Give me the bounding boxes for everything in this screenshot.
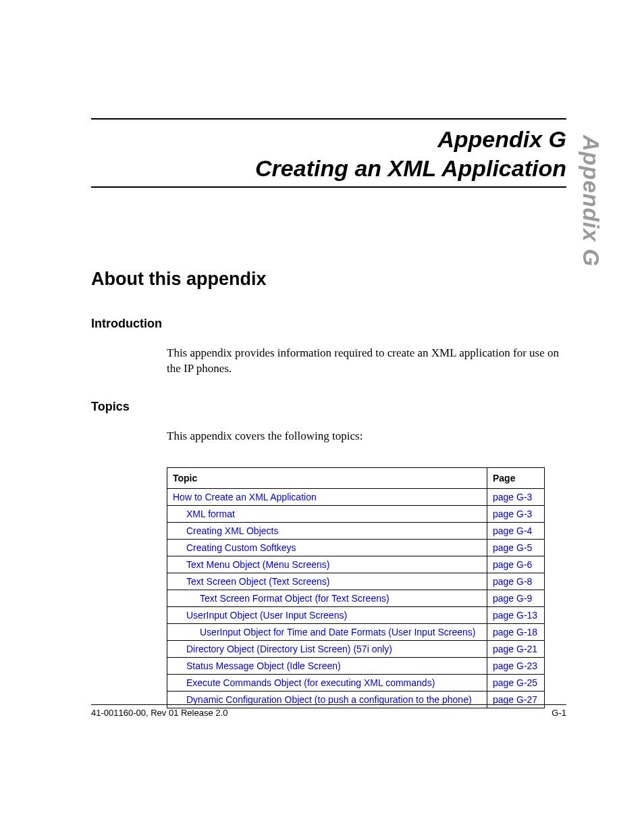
page-cell: page G-9 [487,590,545,606]
page-link[interactable]: page G-21 [493,644,537,654]
page-link[interactable]: page G-9 [493,593,532,604]
page-cell: page G-18 [487,623,545,640]
footer-right: G-1 [552,708,566,718]
intro-paragraph: This appendix provides information requi… [167,346,566,377]
table-row: Text Screen Object (Text Screens)page G-… [167,573,545,590]
topic-cell: Status Message Object (Idle Screen) [167,657,487,674]
page-link[interactable]: page G-25 [493,677,537,688]
page-link[interactable]: page G-3 [493,509,532,519]
section-heading-topics: Topics [91,400,566,414]
table-row: Text Screen Format Object (for Text Scre… [167,590,545,606]
topic-cell: How to Create an XML Application [167,488,487,505]
page-link[interactable]: page G-6 [493,559,532,570]
topic-link[interactable]: Dynamic Configuration Object (to push a … [186,694,472,705]
topic-link[interactable]: Creating Custom Softkeys [186,542,296,553]
page-cell: page G-5 [487,539,545,556]
page-cell: page G-3 [487,505,545,522]
page-link[interactable]: page G-18 [493,627,537,637]
page-cell: page G-4 [487,522,545,539]
topic-link[interactable]: Text Menu Object (Menu Screens) [186,559,329,570]
title-line-2: Creating an XML Application [91,154,566,183]
section-heading-about: About this appendix [91,269,566,290]
topic-cell: Text Menu Object (Menu Screens) [167,556,487,573]
topic-link[interactable]: UserInput Object (User Input Screens) [186,610,347,621]
chapter-title: Appendix G Creating an XML Application [91,125,566,182]
topic-link[interactable]: Status Message Object (Idle Screen) [186,660,341,671]
topic-link[interactable]: How to Create an XML Application [173,492,317,502]
topic-link[interactable]: UserInput Object for Time and Date Forma… [200,627,476,637]
topic-cell: Execute Commands Object (for executing X… [167,674,487,691]
section-heading-introduction: Introduction [91,317,566,331]
title-rule [91,186,566,188]
table-row: Directory Object (Directory List Screen)… [167,640,545,657]
topic-link[interactable]: Text Screen Object (Text Screens) [186,576,329,587]
title-line-1: Appendix G [91,125,566,154]
page-cell: page G-21 [487,640,545,657]
page-cell: page G-3 [487,488,545,505]
topic-cell: UserInput Object for Time and Date Forma… [167,623,487,640]
table-row: Creating XML Objectspage G-4 [167,522,545,539]
page-cell: page G-6 [487,556,545,573]
page-link[interactable]: page G-13 [493,610,537,621]
topic-link[interactable]: XML format [186,509,235,519]
page-link[interactable]: page G-27 [493,694,537,705]
footer-left: 41-001160-00, Rev 01 Release 2.0 [91,708,227,718]
topic-cell: UserInput Object (User Input Screens) [167,606,487,623]
topic-link[interactable]: Creating XML Objects [186,525,278,536]
page-link[interactable]: page G-4 [493,525,532,536]
table-row: Text Menu Object (Menu Screens)page G-6 [167,556,545,573]
table-row: Execute Commands Object (for executing X… [167,674,545,691]
topic-cell: Text Screen Object (Text Screens) [167,573,487,590]
table-row: Creating Custom Softkeyspage G-5 [167,539,545,556]
table-row: UserInput Object for Time and Date Forma… [167,623,545,640]
topic-link[interactable]: Execute Commands Object (for executing X… [186,677,435,688]
topic-cell: Creating XML Objects [167,522,487,539]
table-header-row: Topic Page [167,467,545,488]
page-cell: page G-8 [487,573,545,590]
table-row: Status Message Object (Idle Screen)page … [167,657,545,674]
page-link[interactable]: page G-23 [493,660,537,671]
page-link[interactable]: page G-8 [493,576,532,587]
topic-cell: Text Screen Format Object (for Text Scre… [167,590,487,606]
top-rule [91,118,566,120]
page-cell: page G-13 [487,606,545,623]
page-cell: page G-25 [487,674,545,691]
table-row: How to Create an XML Applicationpage G-3 [167,488,545,505]
page-footer: 41-001160-00, Rev 01 Release 2.0 G-1 [91,704,566,718]
topics-table: Topic Page How to Create an XML Applicat… [167,467,545,708]
table-header-topic: Topic [167,467,487,488]
page-content: Appendix G Creating an XML Application A… [0,0,644,708]
topic-link[interactable]: Text Screen Format Object (for Text Scre… [200,593,390,604]
page-link[interactable]: page G-3 [493,492,532,502]
topic-cell: Creating Custom Softkeys [167,539,487,556]
topics-paragraph: This appendix covers the following topic… [167,429,566,444]
table-header-page: Page [487,467,545,488]
table-row: XML formatpage G-3 [167,505,545,522]
topic-link[interactable]: Directory Object (Directory List Screen)… [186,644,392,654]
table-row: UserInput Object (User Input Screens)pag… [167,606,545,623]
page-link[interactable]: page G-5 [493,542,532,553]
page-cell: page G-23 [487,657,545,674]
topic-cell: XML format [167,505,487,522]
topic-cell: Directory Object (Directory List Screen)… [167,640,487,657]
